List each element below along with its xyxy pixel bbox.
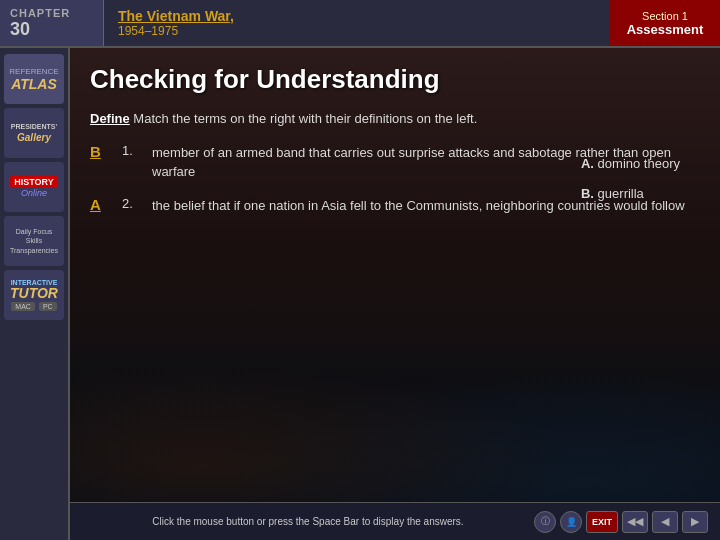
answer-a-text: domino theory <box>598 156 680 171</box>
section-label: Section 1 <box>642 10 688 22</box>
history-badge: HISTORY <box>10 176 58 188</box>
presidents-label: PRESIDENTS' <box>11 123 57 131</box>
answers-column: A. domino theory B. guerrilla <box>581 154 680 203</box>
bottom-bar: Click the mouse button or press the Spac… <box>70 502 720 540</box>
prev-prev-button[interactable]: ◀◀ <box>622 511 648 533</box>
title-sub: 1954–1975 <box>118 24 596 38</box>
answer-a-letter: A. <box>581 156 594 171</box>
chapter-number: 30 <box>10 19 93 40</box>
answer-option-b: B. guerrilla <box>581 184 680 204</box>
title-main: The Vietnam War, <box>118 8 596 24</box>
pc-label: PC <box>39 302 57 311</box>
define-intro-text: Match the terms on the right with their … <box>133 111 477 126</box>
answer-option-a: A. domino theory <box>581 154 680 174</box>
sidebar-item-tutor[interactable]: Interactive TUTOR MAC PC <box>4 270 64 320</box>
answer-b-text: guerrilla <box>598 186 644 201</box>
define-keyword: Define <box>90 111 130 126</box>
bottom-instruction: Click the mouse button or press the Spac… <box>82 516 534 527</box>
tutor-label: TUTOR <box>10 286 58 300</box>
sidebar-item-atlas[interactable]: Reference ATLAS <box>4 54 64 104</box>
answer-b-letter: B. <box>581 186 594 201</box>
top-bar: CHAPTER 30 The Vietnam War, 1954–1975 Se… <box>0 0 720 48</box>
sidebar-item-daily-focus[interactable]: Daily FocusSkillsTransparencies <box>4 216 64 266</box>
help-button[interactable]: 👤 <box>560 511 582 533</box>
main-layout: Reference ATLAS PRESIDENTS' Gallery HIST… <box>0 48 720 540</box>
content-inner: Checking for Understanding Define Match … <box>90 64 700 215</box>
next-button[interactable]: ▶ <box>682 511 708 533</box>
item-number-2: 2. <box>122 196 142 211</box>
prev-button[interactable]: ◀ <box>652 511 678 533</box>
answer-a: A <box>90 196 112 213</box>
sidebar-item-presidents[interactable]: PRESIDENTS' Gallery <box>4 108 64 158</box>
atlas-label: ATLAS <box>11 76 57 92</box>
online-label: Online <box>21 188 47 198</box>
reference-label: Reference <box>9 67 58 76</box>
sidebar: Reference ATLAS PRESIDENTS' Gallery HIST… <box>0 48 70 540</box>
section-block: Section 1 Assessment <box>610 0 720 46</box>
title-block: The Vietnam War, 1954–1975 <box>104 0 610 46</box>
info-button[interactable]: ⓘ <box>534 511 556 533</box>
define-intro: Define Match the terms on the right with… <box>90 109 700 129</box>
section-text: Assessment <box>627 22 704 37</box>
answer-b: B <box>90 143 112 160</box>
mac-pc-row: MAC PC <box>11 302 56 311</box>
chapter-block: CHAPTER 30 <box>0 0 104 46</box>
gallery-label: Gallery <box>17 132 51 143</box>
nav-buttons: ⓘ 👤 EXIT ◀◀ ◀ ▶ <box>534 511 708 533</box>
page-title: Checking for Understanding <box>90 64 700 95</box>
content-area: Checking for Understanding Define Match … <box>70 48 720 540</box>
exit-button[interactable]: EXIT <box>586 511 618 533</box>
item-number-1: 1. <box>122 143 142 158</box>
daily-focus-label: Daily FocusSkillsTransparencies <box>10 227 58 254</box>
sidebar-item-history[interactable]: HISTORY Online <box>4 162 64 212</box>
chapter-label: CHAPTER <box>10 7 93 19</box>
mac-label: MAC <box>11 302 35 311</box>
